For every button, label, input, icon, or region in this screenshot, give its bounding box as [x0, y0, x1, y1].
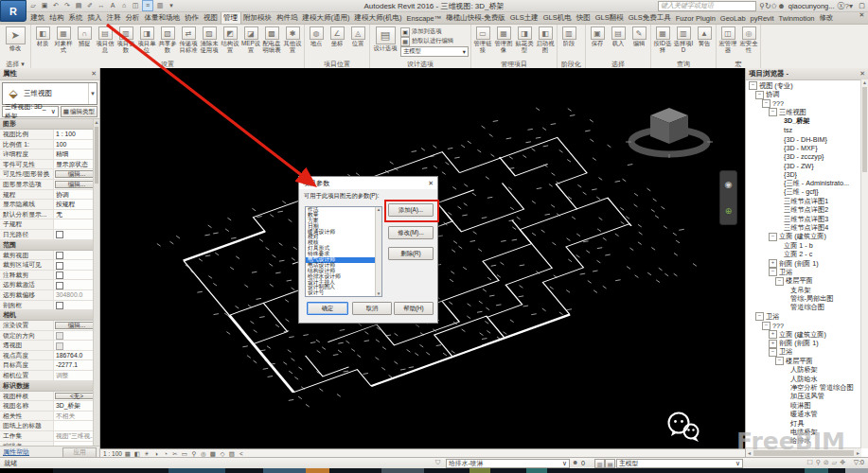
redo-icon[interactable]: ↷: [62, 1, 72, 10]
select-pinned-icon[interactable]: ⊘: [824, 459, 829, 466]
type-selector-dropdown-icon[interactable]: ▼: [88, 83, 97, 104]
tree-item[interactable]: 喷淋图: [747, 401, 868, 410]
dialog-close-icon[interactable]: ✕: [428, 180, 434, 187]
editable-only-icon[interactable]: ☐: [806, 459, 812, 466]
tree-item[interactable]: 管道综合图: [747, 304, 868, 312]
collapse-node-icon[interactable]: −: [769, 268, 777, 276]
tree-item[interactable]: {3D - ZW}: [747, 162, 868, 170]
default-3d-view-icon[interactable]: ⌂: [119, 1, 129, 10]
editing-requests-icon[interactable]: ☻: [572, 459, 578, 465]
location-button[interactable]: ◍地点: [306, 26, 327, 48]
ribbon-panel-label-design-options[interactable]: 设计选项: [371, 60, 469, 68]
tree-item[interactable]: 灯具: [747, 419, 868, 428]
ribbon-tab-体量和场地[interactable]: 体量和场地: [142, 12, 183, 24]
ribbon-tab-结构[interactable]: 结构: [47, 12, 66, 24]
panel-schedule-templates-button[interactable]: ▩配电盘明细表样板: [261, 26, 282, 54]
expand-node-icon[interactable]: +: [769, 259, 777, 268]
ribbon-tab-附加模块[interactable]: 附加模块: [241, 12, 275, 24]
help-drop-icon[interactable]: ▾: [849, 2, 853, 10]
add-to-set-button[interactable]: ▣添加到选项: [400, 27, 469, 36]
collapse-node-icon[interactable]: −: [755, 91, 764, 99]
tree-item[interactable]: tsz: [747, 126, 868, 134]
active-workset-select[interactable]: 给排水-喷淋∨: [446, 459, 570, 468]
tree-item[interactable]: 三维节点详图1: [747, 197, 868, 205]
tree-item[interactable]: 电缆桥架: [747, 428, 868, 436]
tree-item[interactable]: +剖面 (剖面 1): [747, 259, 868, 268]
tree-item[interactable]: {3D - MXF}: [747, 144, 868, 152]
expand-node-icon[interactable]: +: [769, 340, 777, 348]
tree-item[interactable]: −楼层平面: [747, 277, 868, 286]
modify-button[interactable]: 修改(M)...: [388, 226, 434, 239]
checkbox[interactable]: [56, 231, 63, 238]
parameters-listbox[interactable]: 作法数量方案日期暖通设计师校对校核灯具形式特殊要求电气设计师电话设计师结构设计师…: [305, 206, 382, 297]
ribbon-tab-快图[interactable]: 快图: [574, 12, 593, 24]
ribbon-tab-管理[interactable]: 管理: [221, 12, 241, 24]
additional-settings-button[interactable]: ✱其他设置: [282, 26, 303, 54]
collapse-node-icon[interactable]: −: [769, 348, 777, 357]
browser-vertical-scrollbar[interactable]: ▲: [860, 79, 868, 448]
collapse-node-icon[interactable]: −: [769, 108, 777, 116]
help-button[interactable]: 帮助(H): [394, 302, 434, 315]
collapse-node-icon[interactable]: −: [755, 312, 764, 321]
checkbox[interactable]: [56, 332, 63, 340]
signin-avatar-icon[interactable]: ☻: [777, 2, 785, 10]
tree-item[interactable]: −楼层平面: [747, 357, 868, 365]
tree-item[interactable]: 暖通水管: [747, 410, 868, 418]
structural-settings-button[interactable]: ◩结构设置: [220, 26, 240, 54]
purge-unused-button[interactable]: ▨清除未使用项: [199, 26, 220, 54]
search-input[interactable]: 键入关键字或短语: [658, 1, 756, 11]
section-header-标识数据[interactable]: 标识数据∧: [0, 381, 99, 392]
ribbon-tab-协作[interactable]: 协作: [183, 12, 202, 24]
tree-item[interactable]: 立面 1 - b: [747, 241, 868, 250]
aligned-dimension-icon[interactable]: ↔: [97, 1, 106, 10]
tree-item[interactable]: 立面 2 - c: [747, 250, 868, 258]
restore-button[interactable]: ▢: [856, 1, 868, 10]
section-header-相机[interactable]: 相机∧: [0, 310, 99, 321]
modify-button[interactable]: ➤修改: [1, 26, 29, 53]
tree-item[interactable]: −卫浴: [747, 312, 868, 321]
tree-item[interactable]: 人防给水: [747, 375, 868, 383]
measure-icon[interactable]: ✐: [85, 1, 95, 10]
collapse-icon[interactable]: <: [238, 450, 245, 457]
active-design-option-select[interactable]: 主模型∨: [616, 459, 743, 468]
tree-item[interactable]: −协调: [747, 90, 868, 98]
macro-security-button[interactable]: ◎宏安全性: [738, 26, 759, 54]
view-selector[interactable]: 三维视图: 3D_桥架∨: [2, 106, 59, 117]
taskbar-app-segment[interactable]: [306, 468, 329, 473]
tree-item[interactable]: 加压送风管: [747, 393, 868, 401]
tree-item[interactable]: 支吊架: [747, 286, 868, 294]
collapse-node-icon[interactable]: −: [762, 322, 771, 330]
render-icon[interactable]: ◔: [162, 450, 169, 457]
worksharing-display-button[interactable]: ▥: [594, 459, 605, 468]
transfer-project-standards-button[interactable]: ⇄传递项目标准: [178, 26, 199, 54]
collapse-node-icon[interactable]: −: [762, 99, 771, 108]
tree-item[interactable]: {3D - zcczyp}: [747, 152, 868, 161]
properties-help-link[interactable]: 属性帮助: [3, 447, 29, 457]
checkbox[interactable]: [56, 302, 63, 309]
ids-of-selection-button[interactable]: ▥选择项ID: [673, 26, 694, 54]
select-links-icon[interactable]: ⚲: [816, 459, 821, 466]
materials-button[interactable]: ◧材质: [32, 26, 53, 48]
edit-selection-button[interactable]: ✎编辑: [629, 26, 649, 48]
warnings-button[interactable]: ▲警告: [694, 26, 715, 48]
manage-links-button[interactable]: ▭管理链接: [472, 26, 493, 54]
signin-username[interactable]: qiaocunyong...: [788, 2, 835, 10]
ribbon-tab-橄榄山快模-免费版[interactable]: 橄榄山快模-免费版: [444, 12, 508, 24]
tree-item[interactable]: 3D_桥架: [747, 117, 868, 126]
open-file-icon[interactable]: ▱: [28, 1, 38, 10]
windows-taskbar[interactable]: [0, 468, 868, 473]
ribbon-tab-GLS土建[interactable]: GLS土建: [507, 12, 540, 24]
checkbox[interactable]: [56, 282, 63, 289]
remove-button[interactable]: 删除(R): [388, 247, 434, 260]
taskbar-app-segment[interactable]: [805, 468, 828, 473]
scroll-up-icon[interactable]: ▲: [95, 119, 99, 125]
ribbon-tab-视图[interactable]: 视图: [202, 12, 221, 24]
tree-item[interactable]: 三维节点详图2: [747, 205, 868, 214]
navigation-bar[interactable]: ◉ ⊕: [719, 170, 737, 225]
customize-qat-icon[interactable]: ▾: [167, 1, 176, 10]
properties-header[interactable]: 属性 ✕: [0, 68, 99, 80]
cancel-button[interactable]: 取消: [352, 302, 392, 315]
tree-item[interactable]: 人防桥架: [747, 366, 868, 375]
tree-item[interactable]: −???: [747, 322, 868, 330]
tree-item[interactable]: −卫浴: [747, 348, 868, 357]
